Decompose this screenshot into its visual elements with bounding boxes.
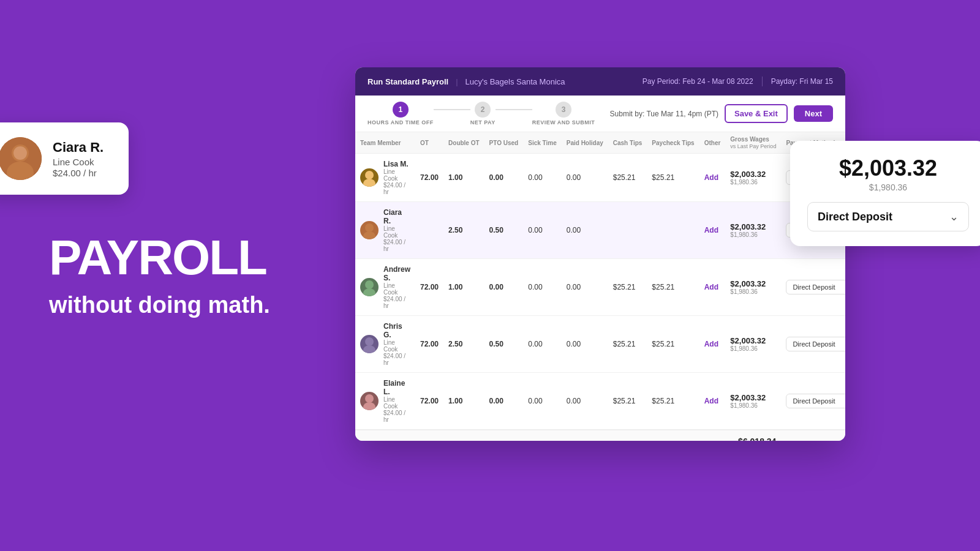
avatar-ciara bbox=[360, 221, 379, 239]
popup-emp-rate: $24.00 / hr bbox=[53, 168, 104, 178]
dot-ciara: 2.50 bbox=[443, 202, 484, 259]
deposit-prev-amount: $1,980.36 bbox=[807, 182, 969, 192]
totals-row: Totals 2.50 0.00 22.00 0.00 0.00 $500.00… bbox=[355, 430, 845, 441]
emp-name-elaine: Elaine L. bbox=[383, 379, 410, 396]
totals-ot: 2.50 bbox=[415, 430, 443, 441]
save-exit-button[interactable]: Save & Exit bbox=[725, 104, 788, 123]
pto-chris: 0.50 bbox=[484, 316, 524, 373]
ot-elaine: 72.00 bbox=[415, 373, 443, 430]
payment-chris[interactable]: Direct Deposit bbox=[781, 316, 845, 373]
steps-bar: 1 HOURS AND TIME OFF 2 NET PAY 3 REVIEW … bbox=[355, 96, 845, 132]
popup-emp-role: Line Cook bbox=[53, 157, 104, 167]
step-2-circle: 2 bbox=[475, 102, 491, 118]
step-3-label: REVIEW AND SUBMIT bbox=[532, 119, 595, 126]
next-button[interactable]: Next bbox=[794, 105, 833, 122]
emp-rate-lisa: $24.00 / hr bbox=[383, 182, 410, 195]
deposit-popup: $2,003.32 $1,980.36 Direct Deposit ⌄ bbox=[790, 141, 980, 246]
table-header-row: Team Member OT Double OT PTO Used Sick T… bbox=[355, 132, 845, 154]
totals-paycheck-tips: $500.00 bbox=[647, 430, 699, 441]
add-other-elaine[interactable]: Add bbox=[704, 397, 718, 405]
add-other-ciara[interactable]: Add bbox=[704, 226, 718, 234]
col-double-ot: Double OT bbox=[443, 132, 484, 154]
payment-select-andrew[interactable]: Direct Deposit bbox=[786, 280, 845, 294]
emp-name-andrew: Andrew S. bbox=[383, 265, 410, 282]
deposit-method-selector[interactable]: Direct Deposit ⌄ bbox=[807, 202, 969, 231]
holiday-andrew: 0.00 bbox=[562, 259, 608, 316]
emp-rate-chris: $24.00 / hr bbox=[383, 353, 410, 366]
pto-elaine: 0.00 bbox=[484, 373, 524, 430]
cash-tips-elaine: $25.21 bbox=[608, 373, 647, 430]
gross-lisa: $2,003.32 $1,980.36 bbox=[725, 154, 781, 202]
submit-by-text: Submit by: Tue Mar 11, 4pm (PT) bbox=[610, 110, 718, 118]
payment-elaine[interactable]: Direct Deposit bbox=[781, 373, 845, 430]
svg-point-2 bbox=[365, 223, 374, 232]
ot-chris: 72.00 bbox=[415, 316, 443, 373]
header-right: Pay Period: Feb 24 - Mar 08 2022 Payday:… bbox=[643, 77, 833, 86]
step-1-circle: 1 bbox=[393, 102, 409, 118]
payment-select-elaine[interactable]: Direct Deposit bbox=[786, 394, 845, 408]
svg-point-7 bbox=[363, 345, 375, 353]
emp-role-andrew: Line Cook bbox=[383, 282, 410, 296]
svg-point-4 bbox=[365, 280, 374, 289]
gross-andrew: $2,003.32 $1,980.36 bbox=[725, 259, 781, 316]
deposit-amount: $2,003.32 bbox=[807, 156, 969, 181]
avatar-andrew bbox=[360, 278, 379, 296]
employee-cell-lisa: Lisa M. Line Cook $24.00 / hr bbox=[355, 154, 415, 202]
popup-avatar-ciara bbox=[0, 137, 42, 180]
popup-emp-name: Ciara R. bbox=[53, 140, 104, 156]
avatar-elaine bbox=[360, 392, 379, 410]
step-2[interactable]: 2 NET PAY bbox=[470, 102, 496, 126]
col-team-member: Team Member bbox=[355, 132, 415, 154]
header-left: Run Standard Payroll | Lucy's Bagels San… bbox=[368, 77, 565, 86]
add-other-chris[interactable]: Add bbox=[704, 340, 718, 348]
totals-sick: 0.00 bbox=[523, 430, 562, 441]
svg-point-6 bbox=[365, 337, 374, 346]
add-other-andrew[interactable]: Add bbox=[704, 283, 718, 291]
emp-role-elaine: Line Cook bbox=[383, 396, 410, 410]
gross-chris: $2,003.32 $1,980.36 bbox=[725, 316, 781, 373]
totals-cash-tips: $500.00 bbox=[608, 430, 647, 441]
cash-tips-andrew: $25.21 bbox=[608, 259, 647, 316]
col-ot: OT bbox=[415, 132, 443, 154]
holiday-elaine: 0.00 bbox=[562, 373, 608, 430]
chevron-down-icon: ⌄ bbox=[949, 210, 959, 223]
emp-rate-ciara: $24.00 / hr bbox=[383, 239, 410, 252]
app-header: Run Standard Payroll | Lucy's Bagels San… bbox=[355, 67, 845, 96]
header-divider bbox=[762, 77, 763, 86]
deposit-method-text: Direct Deposit bbox=[818, 211, 892, 223]
run-payroll-label: Run Standard Payroll bbox=[368, 77, 448, 86]
svg-point-3 bbox=[363, 231, 375, 239]
col-cash-tips: Cash Tips bbox=[608, 132, 647, 154]
add-other-lisa[interactable]: Add bbox=[704, 173, 718, 182]
paycheck-tips-chris: $25.21 bbox=[647, 316, 699, 373]
hero-section: PAYROLL without doing math. bbox=[49, 233, 270, 318]
step-3[interactable]: 3 REVIEW AND SUBMIT bbox=[532, 102, 595, 126]
totals-label: Totals bbox=[355, 430, 415, 441]
sick-elaine: 0.00 bbox=[523, 373, 562, 430]
pto-andrew: 0.00 bbox=[484, 259, 524, 316]
step-1[interactable]: 1 HOURS AND TIME OFF bbox=[368, 102, 434, 126]
emp-role-lisa: Line Cook bbox=[383, 168, 410, 182]
holiday-lisa: 0.00 bbox=[562, 154, 608, 202]
employee-popup: Ciara R. Line Cook $24.00 / hr bbox=[0, 122, 129, 195]
paycheck-tips-andrew: $25.21 bbox=[647, 259, 699, 316]
dot-elaine: 1.00 bbox=[443, 373, 484, 430]
table-row: Elaine L. Line Cook $24.00 / hr 72.00 1.… bbox=[355, 373, 845, 430]
hero-subtitle: without doing math. bbox=[49, 292, 270, 318]
sick-ciara: 0.00 bbox=[523, 202, 562, 259]
svg-point-5 bbox=[363, 288, 375, 296]
emp-rate-elaine: $24.00 / hr bbox=[383, 410, 410, 423]
employee-cell-andrew: Andrew S. Line Cook $24.00 / hr bbox=[355, 259, 415, 316]
business-name: Lucy's Bagels Santa Monica bbox=[466, 77, 565, 86]
col-sick: Sick Time bbox=[523, 132, 562, 154]
payroll-table-container: Team Member OT Double OT PTO Used Sick T… bbox=[355, 132, 845, 441]
app-panel: Run Standard Payroll | Lucy's Bagels San… bbox=[355, 67, 845, 441]
payday-label: Payday: Fri Mar 15 bbox=[771, 77, 833, 86]
ot-lisa: 72.00 bbox=[415, 154, 443, 202]
payment-andrew[interactable]: Direct Deposit bbox=[781, 259, 845, 316]
step-line-1 bbox=[434, 109, 470, 110]
payment-select-chris[interactable]: Direct Deposit bbox=[786, 337, 845, 351]
ot-andrew: 72.00 bbox=[415, 259, 443, 316]
sick-andrew: 0.00 bbox=[523, 259, 562, 316]
col-paycheck-tips: Paycheck Tips bbox=[647, 132, 699, 154]
